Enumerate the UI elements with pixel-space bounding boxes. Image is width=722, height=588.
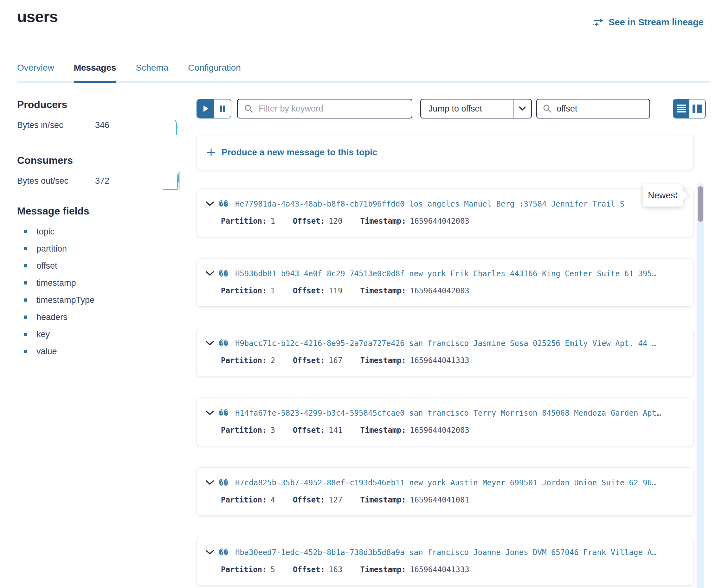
partition-value: 5	[271, 565, 275, 574]
expand-chevron-icon[interactable]	[206, 341, 214, 346]
bytes-out-sparkline	[162, 170, 187, 192]
bytes-in-sparkline	[174, 119, 179, 138]
message-list-scrollbar-thumb[interactable]	[698, 186, 703, 222]
tab-configuration-label: Configuration	[188, 63, 241, 72]
bytes-out-label: Bytes out/sec	[17, 176, 68, 186]
expand-chevron-icon[interactable]	[206, 202, 214, 207]
tab-configuration[interactable]: Configuration	[188, 63, 241, 83]
play-button[interactable]	[197, 100, 214, 118]
offset-label: Offset:	[293, 565, 325, 574]
message-card: �� H5936db81-b943-4e0f-8c29-74513e0c0d8f…	[197, 258, 694, 307]
timestamp-meta: Timestamp:1659644042003	[360, 426, 469, 435]
tab-schema-label: Schema	[136, 63, 169, 72]
field-item-timestamp[interactable]: timestamp	[17, 274, 194, 292]
field-item-timestampType[interactable]: timestampType	[17, 292, 194, 309]
search-icon	[244, 104, 253, 113]
timestamp-label: Timestamp:	[360, 287, 406, 295]
pause-button[interactable]	[214, 100, 231, 118]
partition-label: Partition:	[221, 426, 267, 435]
offset-meta: Offset:120	[293, 217, 343, 226]
produce-message-label: Produce a new message to this topic	[222, 147, 377, 158]
message-fields-heading: Message fields	[17, 205, 89, 217]
jump-to-select[interactable]: Jump to offset	[420, 99, 532, 119]
message-summary[interactable]: H5936db81-b943-4e0f-8c29-74513e0c0d8f ne…	[235, 269, 685, 278]
timestamp-label: Timestamp:	[360, 496, 406, 504]
chevron-down-icon[interactable]	[513, 106, 531, 111]
message-summary[interactable]: He77981da-4a43-48ab-b8f8-cb71b96ffdd0 lo…	[235, 200, 685, 208]
tab-active-underline	[74, 81, 116, 83]
offset-value: 120	[329, 217, 342, 226]
message-summary[interactable]: H7cda825b-35b7-4952-88ef-c193d546eb11 ne…	[235, 478, 685, 487]
square-bullet-icon	[24, 350, 27, 353]
message-key-glyphs: ��	[219, 200, 228, 208]
field-item-offset[interactable]: offset	[17, 257, 194, 274]
message-summary[interactable]: H14fa67fe-5823-4299-b3c4-595845cfcae0 sa…	[235, 409, 685, 418]
consumers-heading: Consumers	[17, 154, 73, 166]
field-item-partition[interactable]: partition	[17, 240, 194, 257]
tab-overview[interactable]: Overview	[17, 63, 54, 83]
partition-meta: Partition:1	[221, 287, 275, 295]
expand-chevron-icon[interactable]	[206, 411, 214, 416]
message-summary[interactable]: Hba30eed7-1edc-452b-8b1a-738d3b5d8a9a sa…	[235, 548, 685, 557]
page-title: users	[17, 7, 58, 26]
timestamp-label: Timestamp:	[360, 565, 406, 574]
partition-value: 1	[271, 217, 275, 226]
list-view-button[interactable]	[674, 100, 689, 118]
offset-value: 127	[329, 496, 342, 504]
producers-heading: Producers	[17, 99, 67, 110]
timestamp-label: Timestamp:	[360, 217, 406, 226]
tab-messages[interactable]: Messages	[74, 63, 116, 83]
filter-input[interactable]	[258, 104, 412, 114]
partition-meta: Partition:5	[221, 565, 275, 574]
timestamp-label: Timestamp:	[360, 426, 406, 435]
expand-chevron-icon[interactable]	[206, 550, 214, 555]
field-label: topic	[37, 227, 55, 237]
offset-value: 119	[329, 287, 342, 295]
partition-label: Partition:	[221, 496, 267, 504]
partition-label: Partition:	[221, 217, 267, 226]
field-item-headers[interactable]: headers	[17, 309, 194, 326]
message-summary[interactable]: H9bacc71c-b12c-4216-8e95-2a7da727e426 sa…	[235, 339, 685, 348]
bytes-out-value: 372	[95, 176, 109, 186]
tab-bar: Overview Messages Schema Configuration	[17, 63, 710, 83]
play-icon	[203, 105, 209, 112]
bytes-in-label: Bytes in/sec	[17, 120, 63, 130]
partition-label: Partition:	[221, 287, 267, 295]
timestamp-value: 1659644041333	[410, 565, 469, 574]
field-label: key	[37, 330, 50, 339]
message-list-scrollbar-track[interactable]	[697, 183, 704, 588]
field-label: headers	[37, 312, 67, 322]
partition-meta: Partition:2	[221, 356, 275, 365]
newest-tooltip: Newest	[643, 184, 683, 207]
expand-chevron-icon[interactable]	[206, 480, 214, 485]
message-key-glyphs: ��	[219, 339, 228, 348]
message-card: �� H14fa67fe-5823-4299-b3c4-595845cfcae0…	[197, 398, 694, 446]
square-bullet-icon	[24, 281, 27, 285]
tab-schema[interactable]: Schema	[136, 63, 169, 83]
square-bullet-icon	[24, 316, 27, 319]
square-bullet-icon	[24, 230, 27, 233]
produce-message-button[interactable]: Produce a new message to this topic	[197, 135, 694, 170]
bytes-in-row: Bytes in/sec 346	[17, 120, 194, 130]
partition-value: 2	[271, 356, 275, 365]
timestamp-meta: Timestamp:1659644041001	[360, 496, 469, 504]
timestamp-value: 1659644041001	[410, 496, 469, 504]
message-card: �� H7cda825b-35b7-4952-88ef-c193d546eb11…	[197, 467, 694, 516]
field-item-topic[interactable]: topic	[17, 223, 194, 240]
expand-chevron-icon[interactable]	[206, 271, 214, 276]
field-item-key[interactable]: key	[17, 326, 194, 343]
offset-value: 167	[329, 356, 342, 365]
split-view-button[interactable]	[689, 100, 705, 118]
offset-meta: Offset:127	[293, 496, 343, 504]
offset-label: Offset:	[293, 287, 325, 295]
field-item-value[interactable]: value	[17, 343, 194, 360]
messages-panel: Jump to offset	[197, 99, 706, 588]
message-list: �� He77981da-4a43-48ab-b8f8-cb71b96ffdd0…	[197, 189, 706, 586]
stream-lineage-link[interactable]: See in Stream lineage	[592, 17, 704, 27]
offset-search-input[interactable]	[556, 104, 649, 114]
filter-field	[237, 99, 412, 119]
offset-value: 163	[329, 565, 342, 574]
offset-value: 141	[329, 426, 342, 435]
stream-lineage-icon	[592, 18, 604, 27]
offset-label: Offset:	[293, 217, 325, 226]
